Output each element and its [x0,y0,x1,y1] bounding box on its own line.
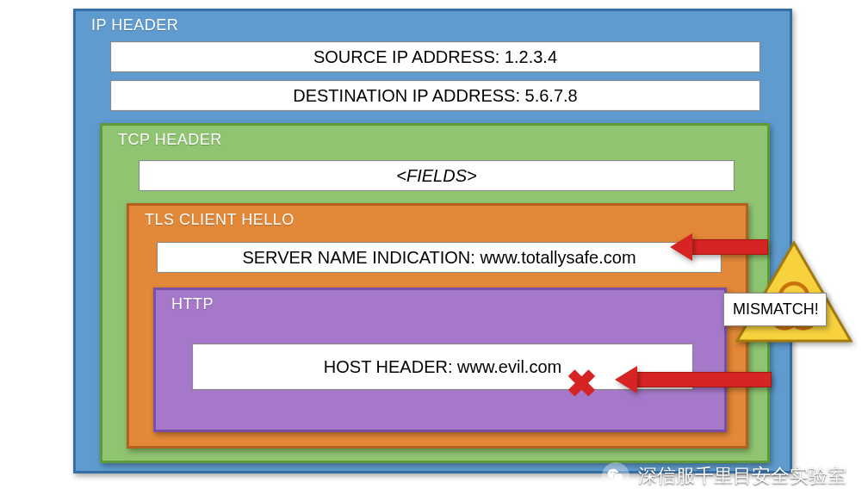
tcp-header-title: TCP HEADER [118,131,222,149]
http-title: HTTP [171,295,214,313]
sni-field: SERVER NAME INDICATION: www.totallysafe.… [157,242,722,273]
tcp-fields-placeholder: <FIELDS> [139,160,735,191]
tls-title: TLS CLIENT HELLO [145,211,294,229]
wechat-icon [602,462,629,490]
footer-text: 深信服千里目安全实验室 [638,463,846,489]
footer-watermark: 深信服千里目安全实验室 [602,462,846,490]
tcp-header-layer: TCP HEADER <FIELDS> TLS CLIENT HELLO SER… [100,123,770,463]
destination-ip-field: DESTINATION IP ADDRESS: 5.6.7.8 [110,80,760,111]
ip-header-title: IP HEADER [91,16,178,34]
tls-client-hello-layer: TLS CLIENT HELLO SERVER NAME INDICATION:… [127,203,748,449]
http-layer: HTTP HOST HEADER: www.evil.com [153,288,727,432]
source-ip-field: SOURCE IP ADDRESS: 1.2.3.4 [110,41,760,72]
mismatch-label: MISMATCH! [723,293,827,326]
